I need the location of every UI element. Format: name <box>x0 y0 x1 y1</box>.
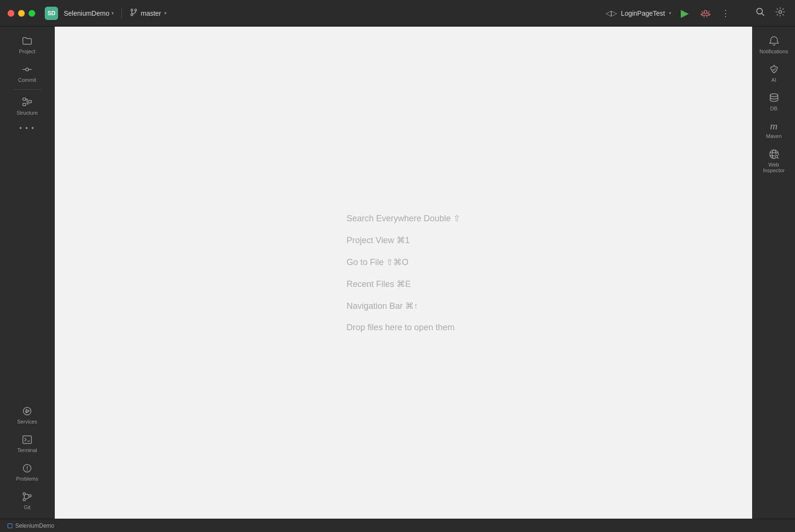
structure-icon <box>21 97 33 108</box>
sidebar-item-project[interactable]: Project <box>6 30 49 59</box>
sidebar-item-structure[interactable]: Structure <box>6 92 49 120</box>
sidebar-item-problems-label: Problems <box>16 476 38 482</box>
svg-point-5 <box>779 10 782 13</box>
status-project[interactable]: SeleniumDemo <box>8 522 54 529</box>
run-config-selector[interactable]: ◁▷ LoginPageTest ▾ <box>606 9 671 18</box>
right-sidebar-web-inspector-label: Web Inspector <box>758 162 790 173</box>
left-sidebar: Project Commit <box>0 27 55 519</box>
sidebar-more-button[interactable]: • • • <box>16 120 39 136</box>
minimize-button[interactable] <box>18 10 25 17</box>
right-sidebar-item-web-inspector[interactable]: Web Inspector <box>755 144 793 178</box>
sidebar-divider <box>13 89 41 90</box>
sidebar-item-terminal[interactable]: Terminal <box>6 429 49 458</box>
right-sidebar-notifications-label: Notifications <box>760 49 788 54</box>
status-dot-icon <box>8 523 12 528</box>
right-sidebar-item-maven[interactable]: m Maven <box>755 116 793 144</box>
branch-name: master <box>141 10 161 17</box>
more-dots-icon: • • • <box>20 124 35 132</box>
svg-rect-7 <box>23 98 26 100</box>
problems-icon <box>21 463 33 474</box>
right-sidebar-db-label: DB <box>770 106 777 111</box>
svg-point-18 <box>770 94 778 97</box>
ai-icon <box>768 64 780 75</box>
svg-point-6 <box>26 68 29 71</box>
run-config-arrows-icon: ◁▷ <box>606 9 617 18</box>
globe-icon <box>768 148 780 160</box>
svg-rect-9 <box>29 100 31 103</box>
app-icon: SD <box>45 7 58 20</box>
db-icon <box>768 92 780 104</box>
sidebar-item-problems[interactable]: Problems <box>6 458 49 486</box>
hint-list: Search Everywhere Double ⇧ Project View … <box>347 213 460 333</box>
sidebar-item-structure-label: Structure <box>17 110 38 116</box>
right-sidebar-maven-label: Maven <box>766 133 782 139</box>
right-sidebar-ai-label: AI <box>771 77 776 83</box>
hint-recent-files: Recent Files ⌘E <box>347 279 460 289</box>
svg-point-14 <box>27 470 28 471</box>
statusbar: SeleniumDemo <box>0 519 795 532</box>
sidebar-item-services[interactable]: Services <box>6 401 49 429</box>
branch-icon <box>129 8 138 19</box>
right-sidebar-item-notifications[interactable]: Notifications <box>755 30 793 59</box>
right-sidebar: Notifications AI DB <box>752 27 795 519</box>
terminal-icon <box>21 434 33 445</box>
run-button[interactable]: ▶ <box>677 6 692 21</box>
debug-button[interactable] <box>698 6 713 21</box>
sidebar-item-git-label: Git <box>24 504 30 510</box>
settings-button[interactable] <box>773 5 787 21</box>
search-button[interactable] <box>753 5 767 21</box>
main-layout: Project Commit <box>0 27 795 519</box>
hint-project-view: Project View ⌘1 <box>347 235 460 246</box>
status-project-label: SeleniumDemo <box>15 522 54 529</box>
run-config-name: LoginPageTest <box>621 10 665 17</box>
sidebar-item-commit-label: Commit <box>18 77 36 83</box>
hint-drop-files: Drop files here to open them <box>347 323 460 333</box>
separator <box>121 9 122 18</box>
project-chevron-icon: ▾ <box>111 10 114 16</box>
titlebar: SD SeleniumDemo ▾ master ▾ ◁▷ LoginPageT… <box>0 0 795 27</box>
svg-point-3 <box>704 10 707 13</box>
sidebar-item-terminal-label: Terminal <box>17 447 37 453</box>
svg-rect-8 <box>23 103 26 106</box>
project-selector[interactable]: SeleniumDemo ▾ <box>64 10 114 17</box>
sidebar-item-git[interactable]: Git <box>6 486 49 515</box>
sidebar-item-services-label: Services <box>17 419 37 424</box>
git-icon <box>21 491 33 502</box>
more-actions-button[interactable]: ⋮ <box>719 7 732 20</box>
right-sidebar-item-db[interactable]: DB <box>755 88 793 116</box>
close-button[interactable] <box>8 10 14 17</box>
hint-search: Search Everywhere Double ⇧ <box>347 213 460 224</box>
branch-selector[interactable]: master ▾ <box>129 8 167 19</box>
commit-icon <box>21 64 33 75</box>
sidebar-item-commit[interactable]: Commit <box>6 59 49 88</box>
hint-go-to-file: Go to File ⇧⌘O <box>347 257 460 267</box>
services-icon <box>21 405 33 417</box>
content-area: Search Everywhere Double ⇧ Project View … <box>55 27 752 519</box>
run-config-chevron-icon: ▾ <box>669 10 671 16</box>
project-icon <box>21 35 33 47</box>
right-sidebar-item-ai[interactable]: AI <box>755 59 793 88</box>
sidebar-item-project-label: Project <box>19 49 35 54</box>
maven-icon: m <box>770 121 778 131</box>
maximize-button[interactable] <box>29 10 35 17</box>
bell-icon <box>768 35 780 47</box>
hint-navigation-bar: Navigation Bar ⌘↑ <box>347 301 460 311</box>
traffic-lights <box>8 10 35 17</box>
svg-rect-12 <box>23 436 31 443</box>
branch-chevron-icon: ▾ <box>164 10 167 16</box>
svg-point-10 <box>23 407 31 415</box>
